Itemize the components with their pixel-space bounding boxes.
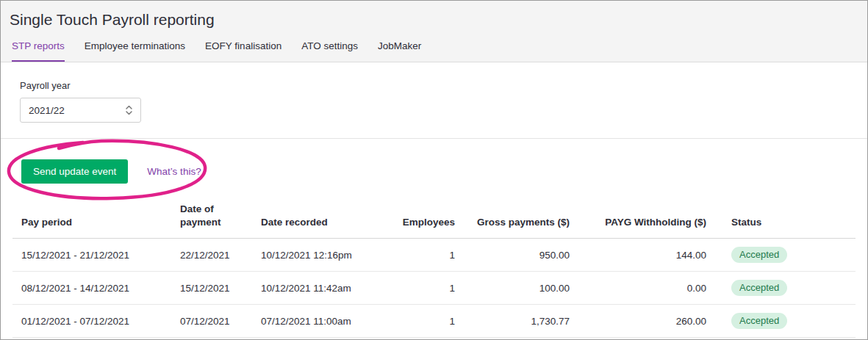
page-header: Single Touch Payroll reporting STP repor… (1, 1, 867, 62)
payroll-year-select[interactable]: 2021/22 (20, 98, 141, 123)
cell-pay-period: 01/12/2021 - 07/12/2021 (12, 305, 173, 338)
results-section: Send update event What’s this? Pay perio… (1, 139, 867, 340)
cell-pay-period: 08/12/2021 - 14/12/2021 (12, 272, 173, 305)
tab-jobmaker[interactable]: JobMaker (378, 40, 421, 62)
status-badge: Accepted (731, 280, 787, 296)
cell-date-of-payment: 22/12/2021 (173, 239, 254, 272)
cell-date-of-payment: 15/12/2021 (173, 272, 254, 305)
cell-date-recorded: 07/12/2021 11:00am (254, 305, 393, 338)
column-header-employees: Employees (393, 198, 462, 239)
actions-row: Send update event What’s this? (21, 159, 856, 184)
cell-employees: 1 (393, 239, 462, 272)
stp-reporting-window: Single Touch Payroll reporting STP repor… (0, 0, 868, 340)
column-header-date-of-payment: Date of payment (173, 198, 254, 239)
cell-employees: 1 (393, 305, 462, 338)
tab-employee-terminations[interactable]: Employee terminations (85, 40, 185, 62)
payroll-year-label: Payroll year (20, 80, 848, 91)
whats-this-link[interactable]: What’s this? (147, 166, 201, 177)
cell-payg-withholding: 144.00 (577, 239, 714, 272)
column-header-pay-period: Pay period (12, 198, 173, 239)
stp-reports-table: Pay period Date of payment Date recorded… (12, 198, 856, 340)
cell-pay-period: 15/12/2021 - 21/12/2021 (12, 239, 173, 272)
chevron-updown-icon (125, 104, 133, 116)
cell-gross-payments: 1,730.77 (462, 305, 577, 338)
tab-bar: STP reports Employee terminations EOFY f… (1, 40, 867, 62)
cell-date-recorded: 10/12/2021 12:16pm (254, 239, 393, 272)
cell-payg-withholding: 260.00 (577, 305, 714, 338)
column-header-date-recorded: Date recorded (254, 198, 393, 239)
table-row: 08/12/2021 - 14/12/2021 15/12/2021 10/12… (12, 272, 856, 305)
cell-date-of-payment: 07/12/2021 (173, 305, 254, 338)
tab-stp-reports[interactable]: STP reports (12, 40, 65, 62)
page-title: Single Touch Payroll reporting (1, 10, 867, 40)
payroll-year-selected-value: 2021/22 (29, 105, 65, 116)
cell-gross-payments: 950.00 (462, 239, 577, 272)
tab-eofy-finalisation[interactable]: EOFY finalisation (205, 40, 281, 62)
status-badge: Accepted (731, 247, 787, 263)
cell-date-recorded: 10/12/2021 11:42am (254, 272, 393, 305)
table-row: 01/12/2021 - 07/12/2021 07/12/2021 07/12… (12, 305, 856, 338)
filter-section: Payroll year 2021/22 (1, 62, 867, 138)
table-row: 15/12/2021 - 21/12/2021 22/12/2021 10/12… (12, 239, 856, 272)
cell-employees: 1 (393, 272, 462, 305)
column-header-payg-withholding: PAYG Withholding ($) (577, 198, 714, 239)
send-update-event-button[interactable]: Send update event (21, 159, 128, 184)
column-header-gross-payments: Gross payments ($) (462, 198, 577, 239)
cell-gross-payments: 100.00 (462, 272, 577, 305)
tab-ato-settings[interactable]: ATO settings (301, 40, 358, 62)
cell-payg-withholding: 0.00 (577, 272, 714, 305)
column-header-status: Status (714, 198, 856, 239)
table-header-row: Pay period Date of payment Date recorded… (12, 198, 856, 239)
status-badge: Accepted (731, 313, 787, 329)
